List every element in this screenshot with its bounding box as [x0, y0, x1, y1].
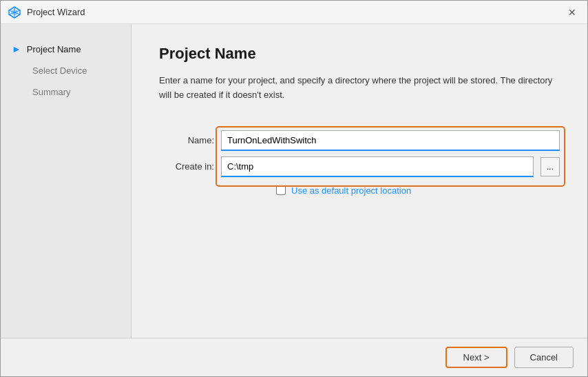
sidebar-item-summary[interactable]: Summary — [1, 81, 131, 103]
sidebar-item-label: Select Device — [32, 65, 87, 76]
title-bar: Project Wizard ✕ — [1, 1, 587, 24]
footer: Next > Cancel — [1, 338, 587, 376]
create-in-row: Create in: ... — [159, 156, 560, 177]
create-in-label: Create in: — [159, 161, 214, 172]
dialog-body: ► Project Name Select Device Summary Pro… — [1, 24, 587, 338]
checkbox-row: Use as default project location — [159, 185, 560, 196]
sidebar-item-label: Project Name — [27, 44, 81, 54]
sidebar-item-project-name[interactable]: ► Project Name — [1, 38, 131, 60]
name-input[interactable] — [221, 130, 560, 151]
dialog-title: Project Wizard — [27, 7, 85, 17]
create-in-input[interactable] — [221, 156, 534, 177]
wizard-logo-icon — [8, 6, 21, 19]
spacer — [159, 196, 560, 317]
title-bar-left: Project Wizard — [8, 6, 85, 19]
main-content: Project Name Enter a name for your proje… — [132, 24, 587, 338]
cancel-button[interactable]: Cancel — [514, 347, 574, 368]
sidebar-item-label: Summary — [32, 87, 71, 97]
sidebar-item-select-device[interactable]: Select Device — [1, 60, 131, 81]
close-button[interactable]: ✕ — [564, 4, 580, 21]
name-label: Name: — [159, 135, 214, 145]
name-row: Name: — [159, 130, 560, 151]
sidebar: ► Project Name Select Device Summary — [1, 24, 132, 338]
next-button[interactable]: Next > — [445, 347, 507, 368]
arrow-icon: ► — [12, 43, 21, 54]
name-input-wrapper — [221, 130, 560, 151]
default-location-checkbox[interactable] — [276, 185, 286, 195]
description-text: Enter a name for your project, and speci… — [159, 74, 558, 103]
browse-button[interactable]: ... — [540, 157, 560, 176]
project-wizard-dialog: Project Wizard ✕ ► Project Name Select D… — [0, 0, 588, 377]
create-in-input-wrapper — [221, 156, 534, 177]
page-title: Project Name — [159, 45, 560, 63]
default-location-label[interactable]: Use as default project location — [291, 185, 411, 196]
